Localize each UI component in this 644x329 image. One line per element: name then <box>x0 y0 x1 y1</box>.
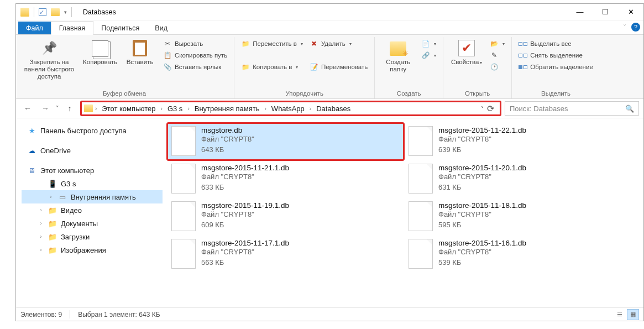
file-type: Файл "CRYPT8" <box>438 172 526 182</box>
nav-history-icon[interactable]: ˅ <box>56 105 59 112</box>
file-size: 539 КБ <box>438 258 526 268</box>
sidebar-pictures[interactable]: ›📁Изображения <box>22 243 163 257</box>
titlebar: ▾ Databases — ☐ ✕ <box>16 4 643 20</box>
folder-icon: 📁 <box>48 232 57 241</box>
file-area[interactable]: msgstore.dbФайл "CRYPT8"643 КБmsgstore-2… <box>163 118 643 307</box>
help-icon[interactable]: ? <box>631 23 640 32</box>
file-item[interactable]: msgstore-2015-11-16.1.dbФайл "CRYPT8"539… <box>404 236 641 273</box>
address-dropdown-icon[interactable]: ˅ <box>481 106 484 112</box>
file-icon <box>409 201 433 231</box>
rename-icon: 📝 <box>310 62 318 71</box>
cloud-icon: ☁ <box>27 146 36 155</box>
pasteshortcut-button[interactable]: 📎Вставить ярлык <box>161 61 229 72</box>
sidebar-storage[interactable]: ›▭Внутренняя память <box>22 190 163 203</box>
sidebar-quickaccess[interactable]: ★Панель быстрого доступа <box>22 124 163 137</box>
newfolder-button[interactable]: Создать папку <box>379 37 417 73</box>
file-type: Файл "CRYPT8" <box>438 247 526 258</box>
crumb-device[interactable]: G3 s <box>165 103 185 114</box>
copypath-button[interactable]: 📋Скопировать путь <box>161 50 229 61</box>
history-button[interactable]: 🕑 <box>488 61 507 72</box>
file-type: Файл "CRYPT8" <box>201 210 289 220</box>
search-input[interactable]: Поиск: Databases 🔍 <box>505 101 639 116</box>
minimize-button[interactable]: — <box>567 4 593 20</box>
file-size: 639 КБ <box>438 145 526 155</box>
delete-button[interactable]: ✖Удалить▾ <box>307 38 370 49</box>
view-details-button[interactable]: ☰ <box>614 309 626 320</box>
tab-file[interactable]: Файл <box>18 22 51 34</box>
file-item[interactable]: msgstore-2015-11-20.1.dbФайл "CRYPT8"631… <box>404 160 641 198</box>
easyaccess-button[interactable]: 🔗▾ <box>419 50 438 61</box>
sidebar-onedrive[interactable]: ☁OneDrive <box>22 144 163 157</box>
ribbon-collapse-icon[interactable]: ˇ <box>624 24 626 30</box>
copypath-icon: 📋 <box>163 51 172 60</box>
pin-button[interactable]: Закрепить на панели быстрого доступа <box>19 37 79 81</box>
sidebar-documents[interactable]: ›📁Документы <box>22 217 163 230</box>
tab-home[interactable]: Главная <box>51 21 94 35</box>
sidebar-device[interactable]: 📱G3 s <box>22 177 163 190</box>
sidebar-downloads[interactable]: ›📁Загрузки <box>22 230 163 243</box>
moveto-button[interactable]: 📁Переместить в▾ <box>239 38 305 49</box>
file-size: 643 КБ <box>201 145 254 155</box>
copy-button[interactable]: Копировать <box>81 37 119 66</box>
nav-up-button[interactable]: ↑ <box>62 101 77 116</box>
view-tiles-button[interactable]: ▦ <box>627 309 639 320</box>
paste-button[interactable]: Вставить <box>121 37 159 66</box>
crumb-whatsapp[interactable]: WhatsApp <box>269 103 307 114</box>
maximize-button[interactable]: ☐ <box>593 4 618 20</box>
refresh-icon[interactable]: ⟳ <box>487 103 494 114</box>
tab-share[interactable]: Поделиться <box>93 22 147 34</box>
sidebar-videos[interactable]: ›📁Видео <box>22 203 163 217</box>
tab-view[interactable]: Вид <box>147 22 175 34</box>
sidebar-pc[interactable]: 🖥Этот компьютер <box>22 164 163 177</box>
crumb-pc[interactable]: Этот компьютер <box>99 103 158 114</box>
nav-back-button[interactable]: ← <box>20 101 35 116</box>
newitem-icon: 📄 <box>421 39 430 48</box>
selectnone-icon <box>519 51 527 60</box>
nav-forward-button[interactable]: → <box>38 101 53 116</box>
paste-icon <box>133 40 147 56</box>
selectall-icon <box>519 39 527 48</box>
sidebar: ★Панель быстрого доступа ☁OneDrive 🖥Этот… <box>16 118 163 307</box>
qat-properties-icon[interactable] <box>39 8 46 16</box>
file-icon <box>171 126 196 156</box>
address-bar[interactable]: › Этот компьютер› G3 s› Внутренняя памят… <box>80 101 501 116</box>
file-name: msgstore-2015-11-22.1.db <box>438 126 526 134</box>
qat-dropdown-icon[interactable]: ▾ <box>64 9 67 15</box>
properties-button[interactable]: Свойства▾ <box>448 37 485 66</box>
selectall-button[interactable]: Выделить все <box>516 38 595 49</box>
file-item[interactable]: msgstore-2015-11-19.1.dbФайл "CRYPT8"609… <box>167 198 404 236</box>
file-name: msgstore-2015-11-17.1.db <box>201 239 289 247</box>
copyto-button[interactable]: 📁Копировать в▾ <box>239 61 305 72</box>
newitem-button[interactable]: 📄▾ <box>419 38 438 49</box>
file-name: msgstore.db <box>201 126 254 134</box>
close-button[interactable]: ✕ <box>618 4 643 20</box>
invert-button[interactable]: Обратить выделение <box>516 61 595 72</box>
cut-button[interactable]: ✂Вырезать <box>161 38 229 49</box>
file-size: 633 КБ <box>201 182 289 193</box>
properties-icon <box>458 40 475 56</box>
file-item[interactable]: msgstore-2015-11-18.1.dbФайл "CRYPT8"595… <box>404 198 641 236</box>
file-item[interactable]: msgstore-2015-11-21.1.dbФайл "CRYPT8"633… <box>167 160 404 198</box>
statusbar: Элементов: 9 Выбран 1 элемент: 643 КБ ☰ … <box>16 307 643 321</box>
open-button[interactable]: 📂▾ <box>488 38 507 49</box>
file-name: msgstore-2015-11-20.1.db <box>438 164 526 172</box>
file-name: msgstore-2015-11-16.1.db <box>438 239 526 247</box>
file-type: Файл "CRYPT8" <box>438 134 526 145</box>
qat-newfolder-icon[interactable] <box>51 8 60 16</box>
ribbon: Закрепить на панели быстрого доступа Коп… <box>16 35 643 99</box>
folder-icon: 📁 <box>48 206 57 215</box>
file-item[interactable]: msgstore-2015-11-22.1.dbФайл "CRYPT8"639… <box>404 123 641 160</box>
file-icon <box>409 126 433 156</box>
rename-button[interactable]: 📝Переименовать <box>307 61 370 72</box>
edit-button[interactable]: ✎ <box>488 50 507 61</box>
file-icon <box>171 201 196 231</box>
pin-icon <box>40 39 58 57</box>
crumb-databases[interactable]: Databases <box>313 103 353 114</box>
file-item[interactable]: msgstore.dbФайл "CRYPT8"643 КБ <box>167 123 404 160</box>
file-item[interactable]: msgstore-2015-11-17.1.dbФайл "CRYPT8"563… <box>167 236 404 273</box>
selectnone-button[interactable]: Снять выделение <box>516 50 595 61</box>
crumb-storage[interactable]: Внутренняя память <box>192 103 263 114</box>
shortcut-icon: 📎 <box>163 62 172 71</box>
drive-icon: ▭ <box>57 192 67 201</box>
file-size: 609 КБ <box>201 220 289 231</box>
